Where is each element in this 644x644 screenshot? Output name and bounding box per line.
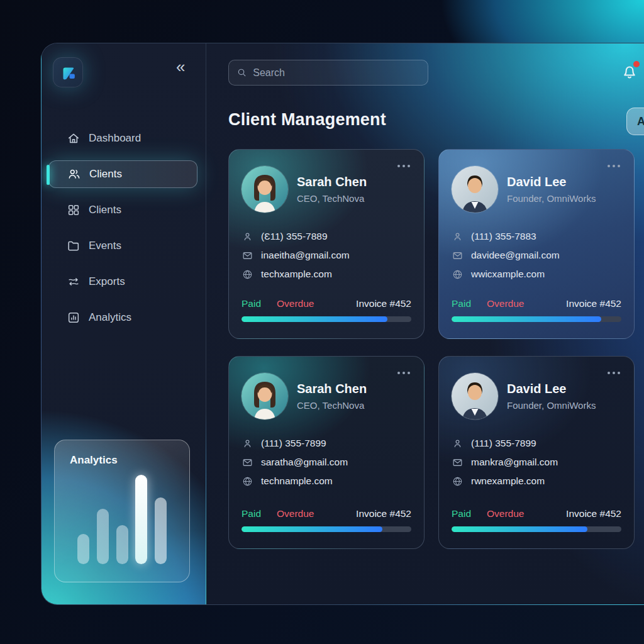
client-phone: (Ɛ11) 355-7889	[261, 231, 328, 242]
sidebar-item-label: Events	[89, 240, 121, 252]
search-bar[interactable]	[228, 60, 428, 86]
logo-mark-icon	[55, 60, 80, 85]
sidebar-item-label: Clients	[89, 168, 122, 180]
add-client-button[interactable]: Al	[626, 108, 644, 135]
status-overdue: Overdue	[277, 508, 314, 519]
card-menu-button[interactable]	[605, 369, 623, 377]
status-paid: Paid	[242, 298, 261, 309]
analytics-widget-title: Analytics	[70, 454, 174, 467]
invoice-number: Invoice #452	[566, 508, 621, 519]
notification-bell-button[interactable]	[620, 62, 639, 81]
client-role: CEO, TechNova	[297, 400, 364, 411]
analytics-icon	[67, 311, 80, 325]
client-card[interactable]: David Lee Founder, OmniWorks (111) 355-7…	[438, 149, 635, 339]
bar	[116, 525, 128, 564]
sidebar-item-exports[interactable]: Exports	[48, 268, 197, 296]
client-website: wwicxample.com	[471, 269, 545, 280]
sidebar-item-label: Dashboard	[89, 132, 141, 145]
exports-icon	[67, 275, 80, 289]
status-paid: Paid	[242, 508, 261, 519]
globe-icon	[242, 475, 253, 487]
globe-icon	[452, 475, 464, 487]
app-logo	[53, 57, 83, 87]
sidebar-item-events[interactable]: Events	[48, 232, 197, 260]
client-role: Founder, OmniWorks	[507, 400, 596, 411]
mail-icon	[242, 250, 253, 262]
payment-progress-fill	[242, 526, 382, 532]
bar	[97, 509, 109, 564]
sidebar-item-analytics[interactable]: Analytics	[48, 304, 197, 331]
card-menu-button[interactable]	[605, 162, 623, 170]
client-website: technample.com	[261, 475, 333, 487]
payment-progress-bar	[452, 526, 621, 532]
contact-list: (111) 355-7899 mankra@gmail.com rwnexamp…	[452, 436, 558, 488]
avatar	[452, 166, 498, 213]
contact-list: (111) 355-7899 saratha@gmail.com technam…	[242, 436, 348, 488]
mail-icon	[452, 250, 464, 262]
contact-list: (111) 355-7883 davidee@gmail.com wwicxam…	[452, 230, 560, 281]
avatar	[242, 166, 288, 213]
card-menu-button[interactable]	[395, 369, 413, 377]
person-icon	[242, 438, 253, 450]
status-paid: Paid	[452, 508, 471, 519]
client-email: mankra@gmail.com	[471, 457, 558, 468]
globe-icon	[452, 269, 464, 280]
client-name: Sarah Chen	[297, 175, 367, 189]
sidebar-item-label: Clients	[89, 204, 121, 216]
payment-progress-bar	[452, 316, 621, 322]
payment-progress-fill	[452, 526, 587, 532]
client-phone: (111) 355-7899	[471, 438, 536, 449]
payment-progress-bar	[242, 316, 411, 322]
person-icon	[452, 438, 464, 450]
client-card[interactable]: Sarah Chen CEO, TechNova (111) 355-7899 …	[228, 356, 425, 549]
client-email: saratha@gmail.com	[261, 457, 348, 468]
analytics-bar-chart	[77, 475, 167, 564]
mail-icon	[452, 457, 464, 469]
status-paid: Paid	[452, 298, 471, 309]
notification-dot	[633, 61, 640, 67]
payment-progress-fill	[242, 316, 387, 322]
client-name: Sarah Chen	[297, 382, 367, 396]
payment-progress-bar	[242, 526, 411, 532]
sidebar-item-clients[interactable]: Clients	[48, 196, 197, 224]
users-icon	[67, 167, 81, 181]
client-name: David Lee	[507, 382, 566, 396]
bar	[135, 475, 147, 564]
client-website: techxample.com	[261, 269, 332, 280]
sidebar-nav: Dashboard Clients Clients Events Exports…	[48, 125, 197, 331]
grid-icon	[67, 203, 80, 217]
status-overdue: Overdue	[487, 298, 524, 309]
search-icon	[236, 67, 247, 79]
invoice-number: Invoice #452	[356, 298, 411, 309]
status-overdue: Overdue	[487, 508, 524, 519]
contact-list: (Ɛ11) 355-7889 inaeitha@gmail.com techxa…	[242, 230, 350, 281]
client-card[interactable]: Sarah Chen CEO, TechNova (Ɛ11) 355-7889 …	[228, 149, 425, 339]
app-window: « Dashboard Clients Clients Events Expor…	[41, 43, 644, 605]
person-icon	[452, 231, 464, 243]
person-icon	[242, 231, 253, 243]
card-menu-button[interactable]	[395, 162, 413, 170]
search-input[interactable]	[253, 67, 420, 79]
sidebar-collapse-button[interactable]: «	[176, 58, 183, 75]
client-card[interactable]: David Lee Founder, OmniWorks (111) 355-7…	[438, 356, 635, 549]
client-role: Founder, OmniWorks	[507, 193, 596, 204]
client-email: davidee@gmail.com	[471, 250, 560, 261]
client-website: rwnexample.com	[471, 475, 545, 487]
client-email: inaeitha@gmail.com	[261, 250, 350, 261]
client-role: CEO, TechNova	[297, 193, 364, 204]
invoice-number: Invoice #452	[566, 298, 621, 309]
avatar	[452, 373, 498, 419]
mail-icon	[242, 457, 253, 469]
bar	[77, 534, 89, 564]
avatar	[242, 373, 288, 419]
sidebar-item-label: Analytics	[89, 311, 131, 324]
sidebar-item-label: Exports	[89, 275, 125, 288]
sidebar-item-dashboard[interactable]: Dashboard	[48, 125, 197, 152]
bar	[155, 497, 167, 565]
folder-icon	[67, 239, 80, 253]
invoice-number: Invoice #452	[356, 508, 411, 519]
client-name: David Lee	[507, 175, 566, 189]
analytics-widget[interactable]: Analytics	[54, 440, 190, 582]
home-icon	[67, 131, 80, 145]
sidebar-item-clients-active[interactable]: Clients	[48, 160, 197, 188]
